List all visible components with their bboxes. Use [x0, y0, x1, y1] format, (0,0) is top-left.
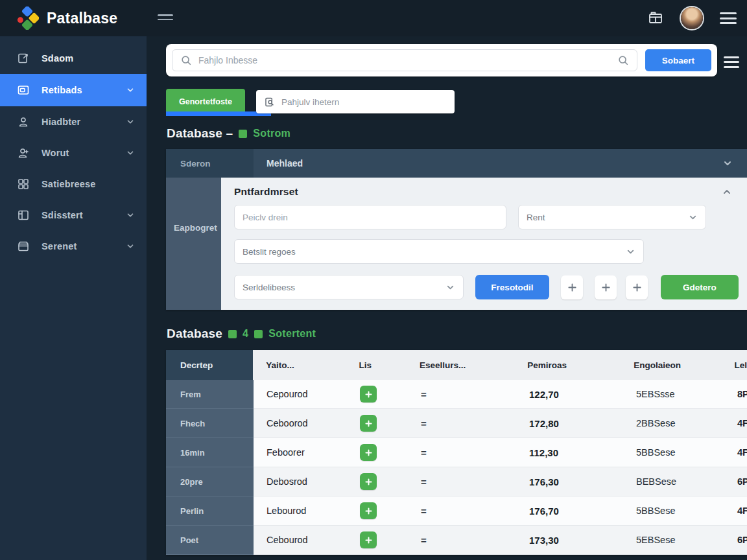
- chevron-down-icon: [626, 247, 635, 257]
- sidebar-item-worut[interactable]: Worut: [0, 137, 147, 169]
- edit-box-icon: [17, 52, 30, 65]
- user-icon: [17, 115, 30, 128]
- row-equals-cell: =: [408, 467, 516, 496]
- add-button-2[interactable]: [595, 275, 617, 299]
- row-equals-cell: =: [408, 496, 516, 525]
- main-menu-icon[interactable]: [720, 10, 737, 27]
- chevron-down-icon: [126, 117, 135, 126]
- form-search-button[interactable]: Fresotodil: [475, 275, 549, 299]
- plus-icon: [364, 390, 373, 399]
- row-value-cell: Ceboorod: [254, 409, 351, 438]
- table-row: 16min Feboorer = 112,30 5BBSese 4F: [166, 438, 747, 467]
- search-icon[interactable]: [617, 54, 629, 66]
- brand[interactable]: Patalbase: [0, 6, 117, 30]
- generate-button[interactable]: Genortetfoste: [166, 89, 245, 114]
- plus-icon: [601, 283, 611, 292]
- section-title: Database –: [167, 126, 233, 141]
- select-value: Betslit regoes: [243, 247, 626, 257]
- row-metric-cell: 122,70: [516, 380, 623, 408]
- chevron-up-icon[interactable]: [722, 187, 732, 197]
- sidebar-item-label: Worut: [42, 148, 114, 158]
- app-root: Patalbase Sdaom Retibads Hiadbter: [0, 0, 747, 560]
- chevron-down-icon: [126, 242, 135, 251]
- row-metric-cell: 173,30: [516, 526, 623, 554]
- sidebar-item-sdisstert[interactable]: Sdisstert: [0, 200, 147, 231]
- apps-window-icon[interactable]: [647, 10, 664, 27]
- section-tag: Sotrom: [253, 128, 290, 139]
- sidebar-item-hiadbter[interactable]: Hiadbter: [0, 106, 147, 137]
- row-name-cell: 20pre: [166, 467, 254, 496]
- card-icon: [17, 84, 30, 97]
- row-equals-cell: =: [408, 526, 516, 554]
- topbar: Patalbase: [0, 0, 747, 36]
- row-code-cell: 5EBSsse: [623, 380, 727, 408]
- green-square-icon: [254, 330, 263, 338]
- sidebar-item-label: Sdaom: [42, 53, 135, 64]
- column-header[interactable]: Pemiroas: [514, 350, 621, 380]
- row-add-button[interactable]: [360, 415, 377, 432]
- row-name-cell: Perlin: [166, 496, 254, 526]
- form-header-right-label: Mehlaed: [267, 158, 722, 169]
- row-metric-cell: 112,30: [516, 438, 623, 467]
- row-code-cell: 5EBSese: [623, 526, 727, 554]
- row-metric-cell: 176,70: [516, 496, 623, 525]
- plus-icon: [567, 283, 577, 292]
- search-input[interactable]: [198, 55, 611, 65]
- row-code-cell: BEBSese: [623, 467, 727, 496]
- sidebar-item-sdaom[interactable]: Sdaom: [0, 43, 147, 74]
- form-header-left-label: Sderon: [166, 149, 254, 178]
- column-header[interactable]: Lel: [724, 350, 747, 380]
- chevron-down-icon: [445, 283, 455, 292]
- card-menu-icon[interactable]: [724, 53, 739, 71]
- search-submit-button[interactable]: Sobaert: [645, 49, 711, 71]
- column-header[interactable]: Engolaieon: [621, 350, 724, 380]
- row-add-button[interactable]: [360, 473, 377, 490]
- add-button-3[interactable]: [626, 275, 648, 299]
- plus-icon: [364, 449, 373, 457]
- form-create-button[interactable]: Gdetero: [661, 275, 739, 299]
- green-square-icon: [239, 130, 247, 138]
- row-tail-cell: 8P: [727, 380, 747, 408]
- search-file-icon: [264, 97, 275, 108]
- row-value-cell: Debosrod: [254, 467, 351, 496]
- row-add-button[interactable]: [360, 531, 377, 548]
- archive-icon: [17, 240, 30, 253]
- section-tag: Sotertent: [268, 328, 316, 340]
- column-header[interactable]: Lis: [350, 350, 407, 380]
- column-header[interactable]: Yaito...: [253, 350, 350, 380]
- row-tail-cell: 6P: [727, 467, 747, 496]
- serldel-select[interactable]: Serldelibeess: [234, 275, 464, 299]
- chevron-down-icon[interactable]: [722, 158, 733, 169]
- sidebar-item-label: Hiadbter: [42, 117, 114, 127]
- row-add-button[interactable]: [360, 444, 377, 461]
- sidebar-item-serenet[interactable]: Serenet: [0, 231, 147, 262]
- filter-input[interactable]: [281, 97, 447, 107]
- row-add-cell: [351, 409, 408, 438]
- row-equals-cell: =: [408, 380, 516, 408]
- search-input-wrapper: [172, 49, 637, 71]
- row-add-button[interactable]: [360, 386, 377, 402]
- sidebar-item-retibads[interactable]: Retibads: [0, 74, 147, 106]
- user-avatar[interactable]: [681, 7, 703, 29]
- form-header[interactable]: Sderon Mehlaed: [166, 149, 747, 178]
- row-add-cell: [351, 380, 408, 408]
- add-button-1[interactable]: [561, 275, 583, 299]
- collapse-menu-icon[interactable]: [158, 12, 173, 23]
- chevron-down-icon: [126, 211, 135, 220]
- row-metric-cell: 176,30: [516, 467, 623, 496]
- row-add-cell: [351, 467, 408, 496]
- row-value-cell: Cepourod: [254, 380, 351, 408]
- column-header[interactable]: Decrtep: [166, 350, 253, 380]
- layout-icon: [17, 209, 30, 222]
- row-add-button[interactable]: [360, 502, 377, 519]
- plus-icon: [364, 507, 373, 515]
- sidebar-item-satiebreese[interactable]: Satiebreese: [0, 169, 147, 200]
- form-row-3: Serldelibeess Fresotodil Gdetero: [234, 275, 739, 299]
- column-header[interactable]: Eseellurs...: [407, 350, 514, 380]
- form-row-2: Betslit regoes: [234, 239, 739, 264]
- rent-select[interactable]: Rent: [518, 205, 706, 229]
- peiclv-field[interactable]: [243, 213, 498, 222]
- table-row: Frem Cepourod = 122,70 5EBSsse 8P: [166, 380, 747, 409]
- text-field-wrapper: [234, 205, 506, 229]
- betslit-select[interactable]: Betslit regoes: [234, 239, 644, 264]
